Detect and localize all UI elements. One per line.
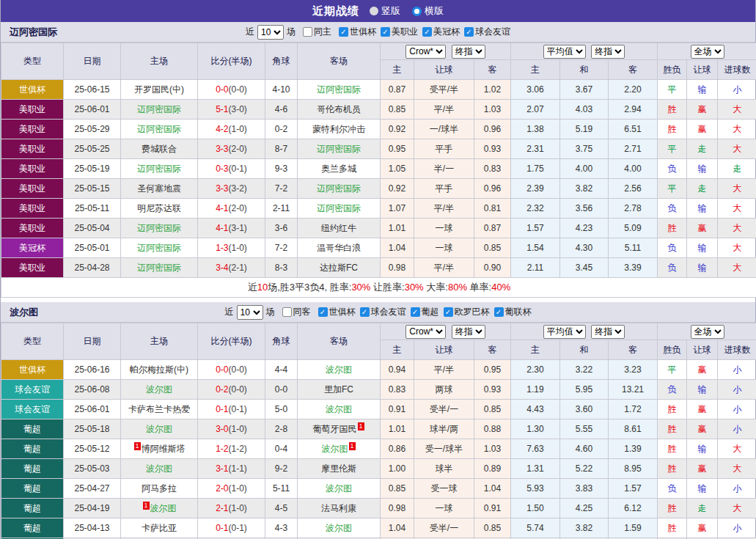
team-link[interactable]: 里加FC [324,384,353,395]
team-link[interactable]: 迈阿密国际 [137,124,181,134]
team-link[interactable]: 波尔图 [146,424,172,434]
team-link[interactable]: 迈阿密国际 [317,144,361,154]
recent-count-select[interactable]: 10 [257,25,284,40]
team-link[interactable]: 波尔图 [146,384,172,395]
team-link[interactable]: 费城联合 [142,144,177,154]
vertical-layout-radio[interactable]: 竖版 [370,4,400,18]
scope-select[interactable]: 全场 [691,45,724,59]
league-checkbox[interactable]: ✓美职业 [376,26,418,38]
team-link[interactable]: 迈阿密国际 [137,263,181,273]
full-time-score[interactable]: 3-1 [216,463,228,474]
bookmaker-select[interactable]: Crow* [405,325,446,339]
team-link[interactable]: 阿马多拉 [142,483,177,494]
league-label: 世俱杯 [329,306,356,318]
checkbox-unchecked-icon[interactable] [282,307,292,317]
full-time-score[interactable]: 3-0 [216,424,228,434]
full-time-score[interactable]: 0-2 [216,384,228,395]
league-checkbox[interactable]: ✓葡超 [406,306,439,318]
full-time-score[interactable]: 3-4 [216,263,228,273]
team-link[interactable]: 迈阿密国际 [137,104,181,114]
checkbox-checked-icon[interactable]: ✓ [422,27,432,37]
team-link[interactable]: 葡萄牙国民 [313,424,357,434]
full-time-score[interactable]: 2-1 [216,503,228,513]
team-link[interactable]: 帕尔梅拉斯(中) [130,364,188,375]
full-time-score[interactable]: 0-0 [216,84,228,95]
team-link[interactable]: 奥兰多城 [321,164,356,174]
team-link[interactable]: 迈阿密国际 [137,243,181,253]
radio-on-icon[interactable] [412,7,422,16]
league-checkbox[interactable]: ✓世俱杯 [334,26,376,38]
odds-stage-select[interactable]: 终指 [452,45,485,59]
full-time-score[interactable]: 4-1 [216,203,228,213]
odds-stage-select[interactable]: 终指 [452,325,485,339]
match-date: 25-04-13 [64,518,121,538]
full-time-score[interactable]: 0-3 [216,164,228,174]
horizontal-layout-radio[interactable]: 横版 [412,4,444,18]
checkbox-unchecked-icon[interactable] [303,27,312,37]
match-date: 25-06-08 [64,380,121,400]
team-link[interactable]: 波尔图 [326,523,352,533]
team-link[interactable]: 摩里伦斯 [321,463,356,474]
full-time-score[interactable]: 2-0 [216,483,228,494]
team-link[interactable]: 迈阿密国际 [137,164,181,174]
checkbox-checked-icon[interactable]: ✓ [339,27,348,37]
league-checkbox[interactable]: ✓欧罗巴杯 [439,306,490,318]
section-porto: 波尔图 近 10 场 同客 ✓世俱杯✓球会友谊✓葡超✓欧罗巴杯✓葡联杯 [1,302,755,539]
league-checkbox[interactable]: ✓球会友谊 [356,306,406,318]
team-link[interactable]: 纽约红牛 [321,223,356,233]
team-link[interactable]: 达拉斯FC [320,263,358,273]
league-checkbox[interactable]: ✓葡联杯 [490,306,532,318]
team-link[interactable]: 波尔图 [326,404,352,414]
checkbox-checked-icon[interactable]: ✓ [444,307,453,317]
team-link[interactable]: 开罗国民(中) [134,84,184,95]
full-time-score[interactable]: 1-3 [216,243,228,253]
checkbox-checked-icon[interactable]: ✓ [381,27,390,37]
same-venue-checkbox[interactable]: 同客 [278,306,311,318]
same-venue-checkbox[interactable]: 同主 [298,26,331,38]
team-link[interactable]: 波尔图 [326,364,352,375]
scope-select[interactable]: 全场 [691,325,724,339]
team-link[interactable]: 温哥华白浪 [317,243,361,253]
team-link[interactable]: 迈阿密国际 [317,84,361,95]
team-link[interactable]: 迈阿密国际 [317,183,361,194]
full-time-score[interactable]: 3-3 [216,144,228,154]
bookmaker-select[interactable]: Crow* [405,45,446,59]
avg-stage-select[interactable]: 终指 [591,45,625,59]
team-link[interactable]: 法马利康 [321,503,356,513]
league-checkbox[interactable]: ✓美冠杯 [418,26,460,38]
checkbox-checked-icon[interactable]: ✓ [464,27,474,37]
full-time-score[interactable]: 4-2 [216,124,228,134]
average-select[interactable]: 平均值 [543,45,586,59]
full-time-score[interactable]: 0-1 [216,404,228,414]
result-goals: 小 [718,479,756,499]
team-link[interactable]: 卡萨比亚 [142,523,177,533]
average-select[interactable]: 平均值 [543,325,586,339]
radio-off-icon[interactable] [370,7,378,15]
full-time-score[interactable]: 4-1 [216,223,228,233]
team-link[interactable]: 波尔图 [326,483,352,494]
team-link[interactable]: 波尔图 [146,463,172,474]
full-time-score[interactable]: 3-3 [216,183,228,194]
team-link[interactable]: 圣何塞地震 [137,183,181,194]
avg-stage-select[interactable]: 终指 [591,325,625,339]
league-checkbox[interactable]: ✓世俱杯 [314,306,356,318]
team-link[interactable]: 明尼苏达联 [137,203,181,213]
checkbox-checked-icon[interactable]: ✓ [318,307,328,317]
full-time-score[interactable]: 5-1 [216,104,228,114]
full-time-score[interactable]: 0-0 [216,364,228,375]
team-link[interactable]: 迈阿密国际 [137,223,181,233]
full-time-score[interactable]: 0-1 [216,523,228,533]
team-link[interactable]: 卡萨布兰卡热爱 [128,404,190,414]
checkbox-checked-icon[interactable]: ✓ [360,307,370,317]
team-link[interactable]: 哥伦布机员 [317,104,361,114]
checkbox-checked-icon[interactable]: ✓ [411,307,420,317]
team-link[interactable]: 波尔图 [150,503,177,513]
team-link[interactable]: 波尔图 [322,444,348,454]
checkbox-checked-icon[interactable]: ✓ [494,307,504,317]
team-link[interactable]: 迈阿密国际 [317,203,361,213]
team-link[interactable]: 博阿维斯塔 [142,444,186,454]
full-time-score[interactable]: 1-2 [216,444,228,454]
recent-count-select[interactable]: 10 [237,305,263,320]
team-link[interactable]: 蒙特利尔冲击 [312,124,365,134]
league-checkbox[interactable]: ✓球会友谊 [460,26,510,38]
